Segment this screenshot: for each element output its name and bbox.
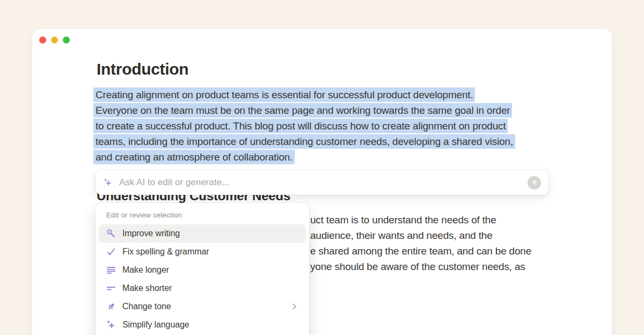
menu-item-label: Make shorter <box>122 283 172 293</box>
menu-item-improve-writing[interactable]: Improve writing <box>99 224 306 243</box>
sparkle-icon <box>106 320 116 330</box>
minimize-window-button[interactable] <box>51 37 58 43</box>
microphone-icon <box>106 302 116 311</box>
menu-item-label: Make longer <box>122 265 169 275</box>
selected-text-line[interactable]: to create a successful product. This blo… <box>93 119 508 133</box>
zoom-window-button[interactable] <box>63 37 70 43</box>
menu-item-label: Simplify language <box>122 320 189 330</box>
body-text-line[interactable]: audience, their wants and needs, and the <box>310 228 493 243</box>
lines-long-icon <box>106 265 116 275</box>
lines-short-icon <box>106 283 116 293</box>
body-text-line[interactable]: e shared among the entire team, and can … <box>310 244 531 258</box>
menu-item-fix-spelling-grammar[interactable]: Fix spelling & grammar <box>99 243 306 261</box>
chevron-right-icon <box>290 302 298 311</box>
ai-action-menu: Edit or review selection Improve writing… <box>96 203 309 335</box>
submit-prompt-button[interactable] <box>528 176 541 190</box>
wand-sparkle-icon <box>106 229 116 238</box>
menu-item-label: Fix spelling & grammar <box>122 247 209 257</box>
close-window-button[interactable] <box>39 37 46 43</box>
menu-item-label: Improve writing <box>122 229 180 238</box>
ai-sparkle-icon <box>103 178 113 187</box>
arrow-up-icon <box>531 179 538 186</box>
page-title[interactable]: Introduction <box>97 60 188 78</box>
selected-paragraph[interactable]: Creating alignment on product teams is e… <box>93 88 515 165</box>
menu-item-label: Change tone <box>122 302 171 311</box>
screenshot-canvas: Introduction Creating alignment on produ… <box>0 0 644 335</box>
body-text-line[interactable]: yone should be aware of the customer nee… <box>310 259 525 274</box>
selected-text-line[interactable]: and creating an atmosphere of collaborat… <box>93 150 295 164</box>
menu-item-simplify-language[interactable]: Simplify language <box>99 316 306 334</box>
menu-section-label: Edit or review selection <box>106 210 298 220</box>
window-controls <box>39 37 70 43</box>
menu-item-make-shorter[interactable]: Make shorter <box>99 279 306 297</box>
ai-prompt-bar <box>96 170 548 195</box>
selected-text-line[interactable]: Creating alignment on product teams is e… <box>93 88 475 102</box>
body-text-line[interactable]: uct team is to understand the needs of t… <box>310 213 496 227</box>
selected-text-line[interactable]: Everyone on the team must be on the same… <box>93 103 512 118</box>
menu-item-change-tone[interactable]: Change tone <box>99 297 306 316</box>
app-window: Introduction Creating alignment on produ… <box>32 29 612 335</box>
check-icon <box>106 247 116 257</box>
menu-item-make-longer[interactable]: Make longer <box>99 261 306 279</box>
selected-text-line[interactable]: teams, including the importance of under… <box>93 134 515 149</box>
ai-prompt-input[interactable] <box>118 177 522 188</box>
